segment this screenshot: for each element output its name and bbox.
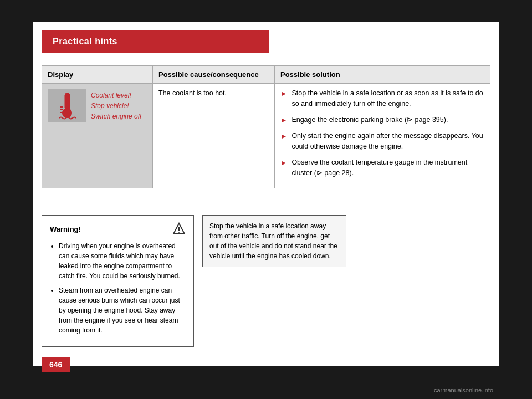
coolant-icon <box>55 92 80 120</box>
table-row: Coolant level! Stop vehicle! Switch engi… <box>42 84 490 188</box>
warning-header: Warning! <box>50 222 186 236</box>
solution-text-1: Stop the vehicle in a safe location or a… <box>291 88 484 109</box>
arrow-icon-3: ► <box>280 131 287 142</box>
cause-cell: The coolant is too hot. <box>153 84 275 188</box>
svg-point-7 <box>178 232 180 233</box>
coolant-line1: Coolant level! <box>91 90 141 101</box>
info-text: Stop the vehicle in a safe location away… <box>209 222 337 260</box>
solution-text-2: Engage the electronic parking brake (⊳ p… <box>291 115 448 125</box>
svg-rect-0 <box>65 93 70 110</box>
page-title: Practical hints <box>53 37 117 47</box>
warning-triangle-icon <box>172 222 186 236</box>
col-solution: Possible solution <box>275 66 490 84</box>
warning-box: Warning! Driving when your engine is ove… <box>42 215 194 347</box>
arrow-icon-1: ► <box>280 89 287 99</box>
main-table-container: Display Possible cause/consequence Possi… <box>42 65 490 188</box>
display-text: Coolant level! Stop vehicle! Switch engi… <box>91 90 141 122</box>
warning-item-2: Steam from an overheated engine can caus… <box>59 285 186 335</box>
coolant-line2: Stop vehicle! <box>91 101 141 111</box>
solution-text-3: Only start the engine again after the me… <box>291 131 484 152</box>
warning-item-1: Driving when your engine is overheated c… <box>59 241 186 281</box>
svg-rect-3 <box>60 109 63 110</box>
arrow-icon-2: ► <box>280 115 287 126</box>
solution-item-2: ► Engage the electronic parking brake (⊳… <box>280 115 484 126</box>
svg-rect-2 <box>60 112 63 113</box>
solution-text-4: Observe the coolant temperature gauge in… <box>291 157 484 178</box>
solution-item-3: ► Only start the engine again after the … <box>280 131 484 152</box>
svg-rect-4 <box>60 106 63 108</box>
header-bar: Practical hints <box>42 30 269 53</box>
display-cell: Coolant level! Stop vehicle! Switch engi… <box>42 84 153 188</box>
warning-list: Driving when your engine is overheated c… <box>50 241 186 335</box>
coolant-line3: Switch engine off <box>91 111 141 122</box>
cause-text: The coolant is too hot. <box>158 89 227 97</box>
page-number: 646 <box>42 357 70 372</box>
info-box: Stop the vehicle in a safe location away… <box>202 215 346 267</box>
warning-title: Warning! <box>50 225 81 233</box>
solution-item-1: ► Stop the vehicle in a safe location or… <box>280 88 484 109</box>
info-table: Display Possible cause/consequence Possi… <box>42 65 490 188</box>
arrow-icon-4: ► <box>280 158 287 168</box>
coolant-icon-box <box>48 89 86 122</box>
col-cause: Possible cause/consequence <box>153 66 275 84</box>
watermark: carmanualsonline.info <box>434 387 493 393</box>
solution-cell: ► Stop the vehicle in a safe location or… <box>275 84 490 188</box>
col-display: Display <box>42 66 153 84</box>
solution-item-4: ► Observe the coolant temperature gauge … <box>280 157 484 178</box>
svg-point-1 <box>62 108 72 118</box>
